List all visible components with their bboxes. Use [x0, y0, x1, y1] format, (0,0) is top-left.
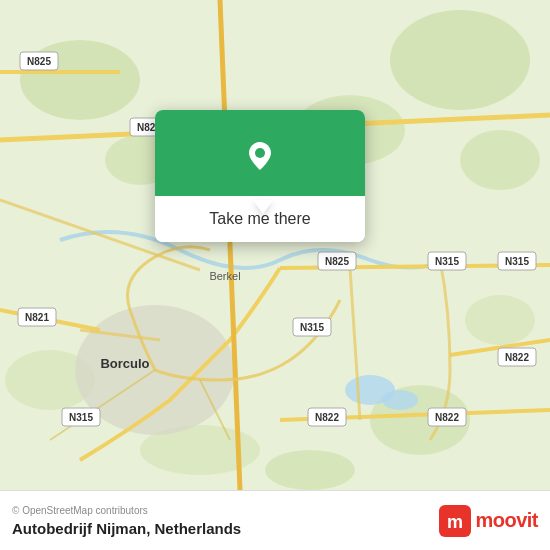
svg-text:Berkel: Berkel	[209, 270, 240, 282]
svg-text:N315: N315	[435, 256, 459, 267]
svg-text:N825: N825	[325, 256, 349, 267]
popup-tail	[253, 200, 273, 214]
svg-point-12	[382, 390, 418, 410]
svg-point-10	[465, 295, 535, 345]
svg-text:N315: N315	[69, 412, 93, 423]
svg-point-2	[390, 10, 530, 110]
map-svg: N825 N825 N825 N315 N315 N315 N315 N821 …	[0, 0, 550, 490]
moovit-logo: m moovit	[439, 505, 538, 537]
moovit-icon: m	[439, 505, 471, 537]
svg-point-7	[265, 450, 355, 490]
svg-text:N822: N822	[315, 412, 339, 423]
popup-green-header	[155, 110, 365, 196]
location-name: Autobedrijf Nijman, Netherlands	[12, 520, 241, 537]
moovit-text: moovit	[475, 509, 538, 532]
svg-text:N821: N821	[25, 312, 49, 323]
bottom-left-info: © OpenStreetMap contributors Autobedrijf…	[12, 505, 241, 537]
svg-text:Borculo: Borculo	[100, 356, 149, 371]
svg-point-51	[255, 148, 265, 158]
svg-text:N822: N822	[435, 412, 459, 423]
svg-text:N315: N315	[300, 322, 324, 333]
svg-text:N825: N825	[27, 56, 51, 67]
location-pin-icon	[238, 134, 282, 178]
svg-text:N822: N822	[505, 352, 529, 363]
svg-text:m: m	[447, 512, 463, 532]
popup-card: Take me there	[155, 110, 365, 242]
bottom-bar: © OpenStreetMap contributors Autobedrijf…	[0, 490, 550, 550]
svg-text:N315: N315	[505, 256, 529, 267]
attribution-text: © OpenStreetMap contributors	[12, 505, 241, 516]
map-container: N825 N825 N825 N315 N315 N315 N315 N821 …	[0, 0, 550, 490]
svg-point-3	[460, 130, 540, 190]
